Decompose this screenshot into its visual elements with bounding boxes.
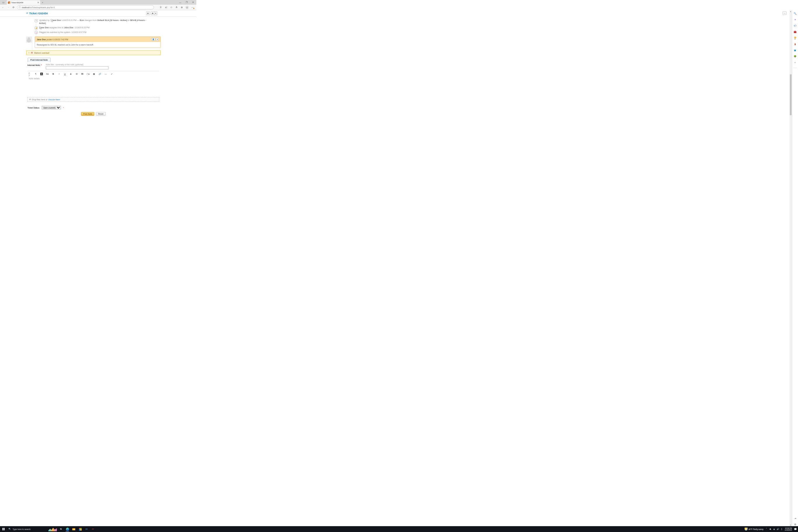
ticket-sticky-header: y Jane Doe 1/19/23 6:18 PM — Priority Le…: [0, 10, 196, 17]
note-title-input[interactable]: [46, 66, 109, 70]
video-icon[interactable]: ▢▸: [87, 73, 90, 75]
tab-title: Ticket #162434: [12, 2, 36, 3]
note-author: Jane Doe: [37, 38, 46, 40]
choose-files-link[interactable]: choose them: [49, 99, 60, 101]
site-info-icon[interactable]: ⓘ: [19, 6, 21, 9]
profile-avatar[interactable]: ●: [185, 5, 190, 10]
url-text: localhost/osTicket/scp/tickets.php?id=3: [22, 6, 55, 8]
nav-refresh-button[interactable]: ⟳: [11, 5, 16, 10]
list-icon[interactable]: ☰: [75, 73, 78, 75]
link-icon[interactable]: 🔗: [99, 73, 101, 75]
font-size-icon[interactable]: Aa: [46, 73, 49, 75]
window-minimize-button[interactable]: —: [177, 0, 184, 5]
note-body: Reassigned to SEV-B, reached out to John…: [35, 42, 160, 48]
bold-icon[interactable]: B: [52, 73, 55, 75]
ticket-number-link[interactable]: Ticket #162434: [29, 12, 48, 15]
browser-navbar: ← → ⟳ ⓘ localhost/osTicket/scp/tickets.p…: [0, 5, 196, 10]
nav-back-button[interactable]: ←: [1, 5, 5, 10]
read-aloud-icon[interactable]: A⁾: [164, 5, 169, 10]
attachment-dropzone[interactable]: ⊕ Drop files here or choose them: [27, 97, 159, 102]
clock-icon: ◷: [35, 31, 38, 34]
ticket-status-label: Ticket Status:: [27, 107, 40, 109]
note-title-placeholder-text: Note title - summary of the note (option…: [46, 63, 159, 65]
image-icon[interactable]: 🖼: [81, 73, 84, 75]
tab-actions-icon[interactable]: ▭: [0, 0, 7, 5]
note-user-button[interactable]: 👤: [151, 38, 155, 41]
note-menu-button[interactable]: ▾: [156, 38, 159, 41]
internal-note-label: Internal Note: *: [27, 63, 44, 66]
editor-toolbar: < > ¶ A Aa B I U S ☰ 🖼 ▢▸ ▦ 🔗 — ⤢: [27, 71, 159, 77]
window-maximize-button[interactable]: ❐: [184, 0, 190, 5]
window-close-button[interactable]: ✕: [190, 0, 196, 5]
note-body-editor[interactable]: Note details: [27, 77, 159, 96]
nav-forward-button[interactable]: →: [6, 5, 11, 10]
collections-icon[interactable]: ⊕: [179, 5, 184, 10]
avatar-icon: [39, 26, 40, 29]
paragraph-icon[interactable]: ¶: [34, 73, 37, 75]
upload-icon: ⊕: [29, 98, 31, 101]
new-tab-button[interactable]: ＋: [40, 0, 45, 5]
favorites-icon[interactable]: ✩: [169, 5, 174, 10]
post-note-button[interactable]: Post Note: [81, 112, 94, 116]
thread-event-sla: ✎ Updated by Jane Doe 1/19/23 6:21 PM — …: [35, 19, 161, 25]
ticket-status-select[interactable]: Open (current): [42, 106, 61, 109]
thread-event-overdue: ◷ Flagged as overdue by the system 1/19/…: [35, 31, 161, 34]
overdue-stack-icon: ▤: [31, 52, 33, 54]
tab-search-icon[interactable]: ⚲: [158, 5, 164, 10]
code-icon[interactable]: < >: [28, 73, 31, 75]
underline-icon[interactable]: U: [63, 73, 66, 75]
italic-icon[interactable]: I: [58, 73, 60, 75]
osticket-favicon: [8, 1, 10, 4]
settings-menu-icon[interactable]: ⋯: [190, 5, 195, 10]
avatar-icon: [51, 19, 51, 22]
tab-post-internal-note[interactable]: Post Internal Note: [28, 58, 51, 62]
warning-icon: ⚠: [28, 52, 30, 54]
address-bar[interactable]: ⓘ localhost/osTicket/scp/tickets.php?id=…: [17, 5, 154, 10]
hr-icon[interactable]: —: [104, 73, 107, 75]
print-dropdown-button[interactable]: ▾: [155, 12, 157, 15]
author-avatar: [26, 36, 32, 43]
tab-close-icon[interactable]: ✕: [37, 1, 39, 4]
page-title: Ticket #162434: [29, 12, 48, 15]
browser-tab[interactable]: Ticket #162434 ✕: [7, 0, 40, 5]
thread-event-assign: ☝ Jane Doe assigned this to John Doe 1/1…: [35, 26, 161, 30]
strikethrough-icon[interactable]: S: [70, 73, 72, 75]
print-action-button[interactable]: 🖶: [151, 12, 155, 15]
table-icon[interactable]: ▦: [93, 73, 95, 75]
reset-button[interactable]: Reset: [96, 112, 105, 116]
pencil-icon: ✎: [35, 19, 38, 22]
fullscreen-icon[interactable]: ⤢: [110, 73, 113, 75]
favorites-bar-icon[interactable]: ≛: [174, 5, 179, 10]
refresh-icon[interactable]: ⟳: [26, 12, 28, 15]
ghost-priority-event: y Jane Doe 1/19/23 6:18 PM — Priority Le…: [39, 12, 113, 14]
browser-titlebar: ▭ Ticket #162434 ✕ ＋ — ❐ ✕: [0, 0, 196, 5]
thread-note: Jane Doe posted 1/19/23 7:42 PM 👤 ▾ Reas…: [26, 36, 161, 48]
overdue-banner: ⚠ ▤ Marked overdue!: [26, 51, 161, 55]
hand-icon: ☝: [35, 26, 38, 30]
note-action-button[interactable]: 🗎: [146, 12, 150, 15]
text-color-icon[interactable]: A: [40, 73, 43, 75]
